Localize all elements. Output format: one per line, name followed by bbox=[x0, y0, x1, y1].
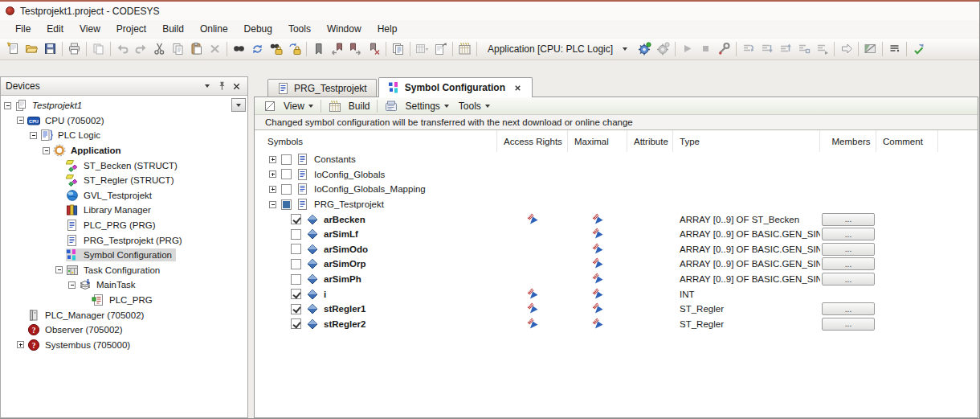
collapse-icon[interactable] bbox=[269, 201, 276, 208]
active-application-selector[interactable]: Application [CPU: PLC Logic] bbox=[482, 42, 633, 56]
panel-close-button[interactable] bbox=[229, 80, 243, 93]
step-over-button[interactable] bbox=[739, 39, 757, 59]
bookmark-clear-button[interactable] bbox=[365, 39, 383, 59]
tab-close-button[interactable] bbox=[512, 83, 523, 93]
symbol-checkbox-checked[interactable] bbox=[291, 214, 301, 224]
collapse-icon[interactable] bbox=[30, 132, 37, 139]
maximal-cell[interactable] bbox=[568, 213, 627, 226]
maximal-cell[interactable] bbox=[568, 318, 627, 331]
device-plc-logic[interactable]: PLC Logic bbox=[1, 128, 247, 143]
symbol-row-ioconfig-globals-mapping[interactable]: IoConfig_Globals_Mapping bbox=[255, 182, 978, 197]
symbol-checkbox-checked[interactable] bbox=[291, 304, 301, 314]
symbol-checkbox-unchecked[interactable] bbox=[291, 244, 301, 254]
device-plc-manager-705002[interactable]: PLC_Manager (705002) bbox=[1, 307, 247, 322]
members-button[interactable]: ... bbox=[822, 228, 875, 240]
symbol-row-i[interactable]: iINT bbox=[255, 286, 978, 302]
symbol-checkbox-unchecked[interactable] bbox=[281, 169, 292, 179]
find-in-project-button[interactable] bbox=[267, 39, 285, 59]
maximal-cell[interactable] bbox=[568, 302, 627, 315]
device-plc-prg-prg[interactable]: PLC_PRG (PRG) bbox=[1, 218, 247, 233]
panel-pin-button[interactable] bbox=[214, 80, 229, 93]
cut-button[interactable] bbox=[150, 39, 169, 59]
device-prg-testprojekt-prg[interactable]: PRG_Testprojekt (PRG) bbox=[1, 232, 247, 248]
run-to-cursor-button[interactable] bbox=[813, 39, 831, 59]
symbol-checkbox-unchecked[interactable] bbox=[291, 229, 301, 240]
device-maintask[interactable]: MainTask bbox=[1, 277, 247, 293]
display-mode-button[interactable] bbox=[885, 39, 904, 59]
undo-button[interactable] bbox=[113, 39, 132, 59]
symbol-row-arsimlf[interactable]: arSimLfARRAY [0..9] OF BASIC.GEN_SIN... bbox=[255, 227, 978, 242]
devices-combo-button[interactable] bbox=[231, 98, 246, 112]
step-into-button[interactable] bbox=[757, 39, 776, 59]
symbol-row-arbecken[interactable]: arBeckenARRAY [0..9] OF ST_Becken... bbox=[255, 212, 978, 227]
access-rights-cell[interactable] bbox=[497, 288, 568, 301]
device-cpu-705002[interactable]: CPUCPU (705002) bbox=[1, 113, 247, 129]
step-out-button[interactable] bbox=[776, 39, 794, 59]
symbol-checkbox-tristate[interactable] bbox=[281, 199, 292, 210]
expand-icon[interactable] bbox=[269, 186, 276, 193]
expand-icon[interactable] bbox=[269, 156, 276, 163]
symbol-checkbox-checked[interactable] bbox=[291, 289, 301, 299]
menu-help[interactable]: Help bbox=[370, 21, 406, 37]
messages-button[interactable] bbox=[389, 39, 407, 59]
symbol-row-stregler1[interactable]: stRegler1ST_Regler... bbox=[255, 302, 978, 317]
new-object-button[interactable] bbox=[431, 39, 450, 59]
build-button[interactable]: Build bbox=[324, 98, 375, 114]
settings-button[interactable]: Settings bbox=[380, 98, 453, 114]
replace-button[interactable] bbox=[248, 39, 267, 59]
copy-button[interactable] bbox=[169, 39, 187, 59]
maximal-cell[interactable] bbox=[568, 228, 627, 240]
symbol-row-prg-testprojekt[interactable]: PRG_Testprojekt bbox=[255, 197, 978, 212]
tools-button[interactable]: Tools bbox=[454, 99, 495, 113]
device-plc-prg[interactable]: PLC_PRG bbox=[1, 293, 247, 308]
view-button[interactable]: View bbox=[259, 98, 318, 114]
delete-button[interactable] bbox=[206, 39, 224, 59]
menu-debug[interactable]: Debug bbox=[236, 21, 280, 37]
symbol-checkbox-checked[interactable] bbox=[291, 318, 301, 329]
symbol-checkbox-unchecked[interactable] bbox=[281, 184, 292, 195]
symbol-row-constants[interactable]: Constants bbox=[255, 152, 978, 167]
device-library-manager[interactable]: Library Manager bbox=[1, 203, 247, 218]
replace-in-project-button[interactable] bbox=[285, 39, 304, 59]
members-button[interactable]: ... bbox=[822, 302, 875, 315]
symbol-row-arsimph[interactable]: arSimPhARRAY [0..9] OF BASIC.GEN_SIN... bbox=[255, 272, 978, 287]
menu-window[interactable]: Window bbox=[319, 21, 370, 37]
step-single-button[interactable] bbox=[794, 39, 813, 59]
maximal-cell[interactable] bbox=[568, 257, 627, 270]
device-systembus-705000[interactable]: ?Systembus (705000) bbox=[1, 338, 247, 353]
bookmark-prev-button[interactable] bbox=[328, 39, 346, 59]
menu-project[interactable]: Project bbox=[108, 21, 154, 37]
device-testprojekt1[interactable]: Testprojekt1 bbox=[1, 98, 247, 113]
device-observer-705002[interactable]: ?Observer (705002) bbox=[1, 322, 247, 338]
device-application[interactable]: Application bbox=[1, 143, 247, 158]
access-rights-cell[interactable] bbox=[497, 318, 568, 331]
tab-symbol-configuration[interactable]: Symbol Configuration bbox=[378, 77, 533, 97]
access-rights-cell[interactable] bbox=[497, 302, 568, 315]
set-next-statement-button[interactable] bbox=[837, 39, 855, 59]
symbol-checkbox-unchecked[interactable] bbox=[281, 154, 292, 165]
menu-online[interactable]: Online bbox=[192, 21, 236, 37]
collapse-icon[interactable] bbox=[4, 102, 11, 109]
bookmark-next-button[interactable] bbox=[346, 39, 365, 59]
new-project-button[interactable] bbox=[4, 39, 22, 59]
breakpoints-button[interactable] bbox=[715, 39, 733, 59]
device-gvl-testprojekt[interactable]: GVL_Testprojekt bbox=[1, 188, 247, 203]
expand-icon[interactable] bbox=[269, 170, 276, 178]
symbol-checkbox-unchecked[interactable] bbox=[291, 274, 301, 285]
maximal-cell[interactable] bbox=[568, 273, 627, 285]
device-st-becken-struct[interactable]: ST_Becken (STRUCT) bbox=[1, 158, 247, 173]
tab-prg-testprojekt[interactable]: PRG_Testprojekt bbox=[267, 79, 377, 97]
menu-edit[interactable]: Edit bbox=[39, 21, 71, 37]
panel-menu-button[interactable] bbox=[200, 80, 214, 93]
print-preview-button[interactable] bbox=[89, 39, 108, 59]
menu-tools[interactable]: Tools bbox=[280, 21, 319, 37]
paste-button[interactable] bbox=[187, 39, 206, 59]
check-syntax-button[interactable] bbox=[909, 39, 928, 59]
members-button[interactable]: ... bbox=[822, 213, 875, 226]
bookmark-toggle-button[interactable] bbox=[309, 39, 328, 59]
maximal-cell[interactable] bbox=[568, 243, 627, 256]
members-button[interactable]: ... bbox=[822, 243, 875, 256]
access-rights-cell[interactable] bbox=[497, 213, 568, 226]
members-button[interactable]: ... bbox=[822, 273, 875, 285]
symbol-row-stregler2[interactable]: stRegler2ST_Regler... bbox=[255, 317, 978, 332]
